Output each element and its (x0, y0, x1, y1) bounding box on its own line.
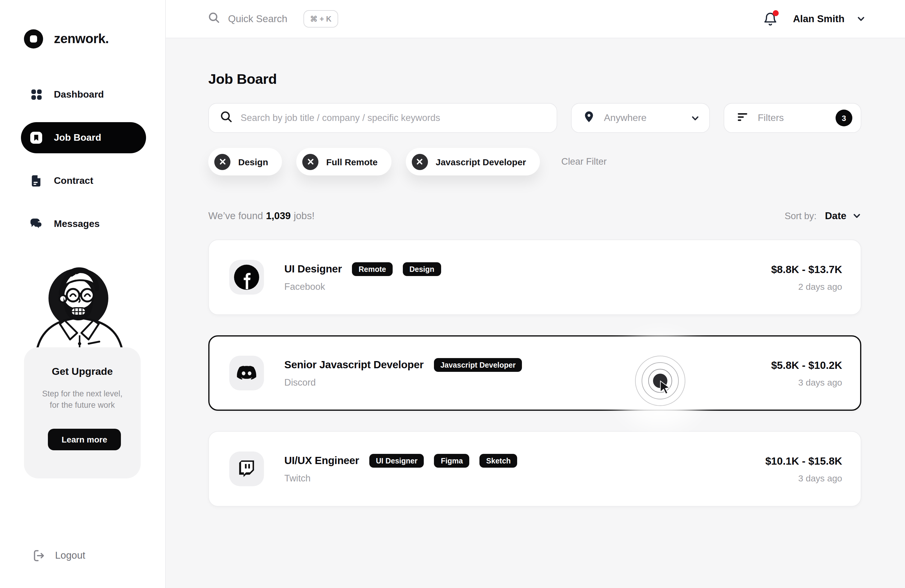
job-tag: UI Designer (369, 454, 424, 468)
remove-filter-icon[interactable] (412, 154, 428, 170)
facebook-logo (233, 264, 260, 291)
sidebar-nav: Dashboard Job Board Contract Messages (21, 79, 146, 240)
company-logo (229, 356, 264, 390)
upgrade-illustration (22, 262, 135, 357)
job-list: UI Designer Remote Design Facebook $8.8K… (208, 240, 861, 507)
main-area: Job Board Anywhere (166, 38, 905, 588)
chevron-down-icon (856, 14, 865, 23)
job-info: UI Designer Remote Design Facebook (284, 262, 441, 292)
sidebar-item-job-board[interactable]: Job Board (21, 122, 146, 153)
sidebar-item-dashboard[interactable]: Dashboard (21, 79, 146, 110)
document-icon (29, 174, 43, 188)
cursor-pointer-icon (657, 378, 675, 396)
company-logo (229, 451, 264, 486)
app-window: zenwork. Dashboard Job Board Contract (0, 0, 905, 588)
chat-bubbles-icon (29, 217, 43, 231)
learn-more-button[interactable]: Learn more (48, 429, 121, 450)
results-count: 1,039 (266, 210, 291, 222)
upgrade-card: Get Upgrade Step for the next level, for… (24, 347, 141, 478)
job-posted: 2 days ago (771, 281, 842, 291)
search-controls: Anywhere Filters 3 (208, 103, 861, 133)
page-title: Job Board (208, 71, 861, 87)
job-title: Senior Javascript Developer (284, 359, 424, 371)
notifications-button[interactable] (763, 12, 778, 26)
brand-logo: zenwork. (24, 29, 109, 49)
job-meta: $5.8K - $10.2K 3 days ago (771, 359, 842, 387)
job-company: Twitch (284, 473, 518, 484)
location-select[interactable]: Anywhere (571, 103, 710, 133)
sidebar-item-label: Job Board (54, 132, 101, 143)
job-tag: Figma (434, 454, 470, 468)
active-filter-chips: Design Full Remote Javascript Developer … (208, 148, 861, 175)
job-meta: $10.1K - $15.8K 3 days ago (765, 455, 842, 483)
quick-search[interactable]: Quick Search ⌘ + K (208, 10, 338, 27)
location-pin-icon (583, 110, 595, 126)
filters-count-badge: 3 (835, 110, 852, 126)
discord-logo (235, 362, 258, 385)
job-title: UI/UX Engineer (284, 455, 359, 467)
shortcut-badge: ⌘ + K (303, 10, 338, 27)
brand-logo-icon (24, 29, 43, 49)
job-tag: Design (403, 262, 441, 276)
job-card-senior-javascript-developer[interactable]: Senior Javascript Developer Javascript D… (208, 335, 861, 411)
job-tag: Remote (352, 262, 393, 276)
upgrade-title: Get Upgrade (24, 366, 141, 378)
clear-filter-link[interactable]: Clear Filter (561, 156, 607, 167)
logout-button[interactable]: Logout (32, 548, 85, 562)
search-icon (208, 11, 220, 26)
filters-button[interactable]: Filters 3 (724, 103, 861, 133)
job-company: Facebook (284, 281, 441, 292)
job-tag: Sketch (480, 454, 518, 468)
sidebar-item-label: Dashboard (54, 89, 104, 100)
user-menu[interactable]: Alan Smith (778, 13, 865, 25)
job-search-input[interactable] (241, 113, 557, 123)
sidebar-item-label: Contract (54, 175, 94, 186)
filter-chip-full-remote[interactable]: Full Remote (296, 148, 391, 175)
job-salary: $8.8K - $13.7K (771, 263, 842, 276)
chip-label: Design (238, 157, 268, 167)
filters-label: Filters (758, 113, 784, 123)
user-name: Alan Smith (793, 13, 845, 25)
bookmark-icon (29, 131, 43, 145)
logout-label: Logout (55, 550, 85, 561)
notification-dot (773, 10, 779, 16)
job-card-ui-ux-engineer[interactable]: UI/UX Engineer UI Designer Figma Sketch … (208, 431, 861, 507)
sort-label: Sort by: (785, 210, 817, 221)
filter-chip-design[interactable]: Design (208, 148, 282, 175)
remove-filter-icon[interactable] (302, 154, 318, 170)
search-icon (220, 110, 233, 126)
sort-control[interactable]: Sort by: Date (785, 210, 861, 222)
chip-label: Javascript Developer (436, 157, 526, 167)
remove-filter-icon[interactable] (214, 154, 230, 170)
quick-search-label: Quick Search (228, 13, 287, 25)
chevron-down-icon (691, 113, 700, 122)
job-meta: $8.8K - $13.7K 2 days ago (771, 263, 842, 291)
header-right: Alan Smith (763, 12, 865, 26)
sidebar: zenwork. Dashboard Job Board Contract (0, 0, 166, 588)
sidebar-item-contract[interactable]: Contract (21, 165, 146, 196)
twitch-logo (237, 459, 257, 479)
job-title: UI Designer (284, 263, 342, 275)
results-count-text: We’ve found 1,039 jobs! (208, 210, 314, 222)
upgrade-subtitle: Step for the next level, for the future … (24, 388, 141, 411)
job-company: Discord (284, 377, 522, 388)
job-posted: 3 days ago (771, 377, 842, 387)
logout-icon (32, 548, 46, 562)
filter-chip-javascript-developer[interactable]: Javascript Developer (406, 148, 540, 175)
top-header: Quick Search ⌘ + K Alan Smith (166, 0, 905, 38)
filter-lines-icon (736, 110, 749, 126)
location-value: Anywhere (604, 113, 646, 123)
job-search-box (208, 103, 557, 133)
chip-label: Full Remote (326, 157, 378, 167)
sort-value: Date (825, 210, 846, 222)
job-salary: $5.8K - $10.2K (771, 359, 842, 372)
job-info: Senior Javascript Developer Javascript D… (284, 358, 522, 388)
job-info: UI/UX Engineer UI Designer Figma Sketch … (284, 454, 518, 484)
job-posted: 3 days ago (765, 473, 842, 483)
company-logo (229, 260, 264, 295)
job-card-ui-designer[interactable]: UI Designer Remote Design Facebook $8.8K… (208, 240, 861, 315)
sidebar-item-messages[interactable]: Messages (21, 208, 146, 240)
chevron-down-icon (852, 211, 861, 220)
job-salary: $10.1K - $15.8K (765, 455, 842, 467)
sidebar-item-label: Messages (54, 219, 100, 229)
